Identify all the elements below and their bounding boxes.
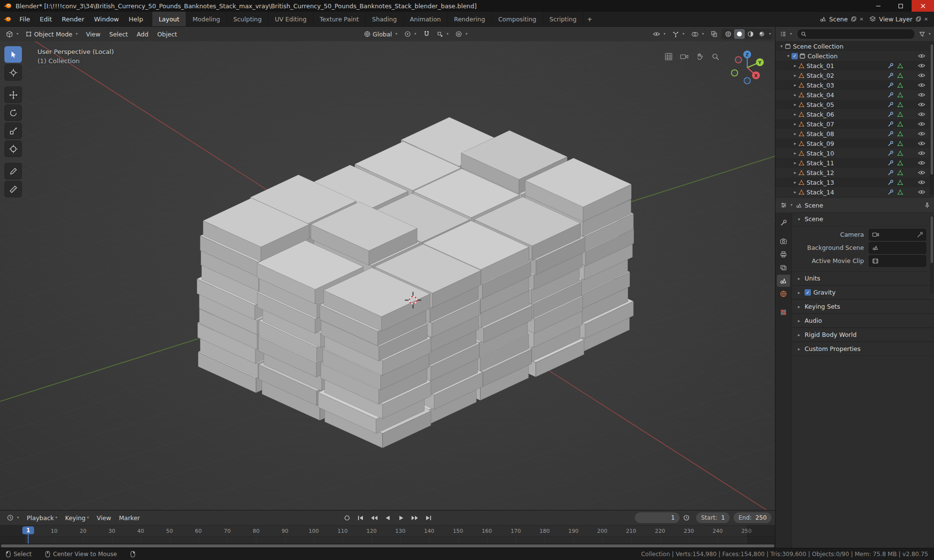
hide-in-viewport-eye-icon[interactable]: [918, 190, 925, 194]
camera-field[interactable]: [869, 229, 926, 241]
topbar-menu-item[interactable]: Window: [89, 12, 124, 26]
outliner-scrollbar[interactable]: [930, 43, 934, 195]
add-workspace-button[interactable]: +: [583, 12, 596, 26]
outliner-row-object[interactable]: ▸ Stack_13: [775, 177, 929, 187]
transform-tool[interactable]: [4, 140, 22, 157]
toggle-perspective-icon[interactable]: [663, 51, 674, 62]
tab-view-layer[interactable]: [777, 262, 790, 274]
hide-in-viewport-eye-icon[interactable]: [918, 122, 925, 126]
measure-tool[interactable]: [4, 181, 22, 197]
show-gizmo-dropdown[interactable]: ▾: [669, 28, 687, 40]
pivot-point-dropdown[interactable]: ▾: [401, 28, 419, 40]
hide-in-viewport-eye-icon[interactable]: [918, 63, 925, 68]
tab-tool[interactable]: [777, 217, 790, 229]
outliner-row-object[interactable]: ▸ Stack_07: [775, 119, 929, 129]
workspace-tab[interactable]: UV Editing: [269, 12, 313, 26]
shading-solid-button[interactable]: [734, 29, 745, 39]
gizmo-neg-y-axis[interactable]: [732, 70, 738, 76]
scale-tool[interactable]: [4, 122, 22, 139]
shading-rendered-button[interactable]: [756, 29, 767, 39]
outliner-editor-type-dropdown[interactable]: ▾: [779, 28, 793, 40]
workspace-tab[interactable]: Rendering: [448, 12, 492, 26]
transform-orientation-dropdown[interactable]: Global ▾: [361, 28, 400, 40]
properties-panel-header[interactable]: ▸ ✓ Custom Properties: [792, 342, 934, 356]
outliner-row-object[interactable]: ▸ Stack_10: [775, 148, 929, 158]
zoom-view-icon[interactable]: [710, 51, 721, 62]
workspace-tab[interactable]: Layout: [152, 12, 186, 26]
hide-in-viewport-eye-icon[interactable]: [918, 83, 925, 88]
timeline-track[interactable]: [0, 536, 775, 544]
toggle-xray-button[interactable]: [708, 28, 720, 40]
workspace-tab[interactable]: Modeling: [186, 12, 227, 26]
close-button[interactable]: [912, 0, 934, 12]
outliner-scrollbar-thumb[interactable]: [931, 44, 933, 175]
properties-panel-header[interactable]: ▸ ✓ Units: [792, 271, 934, 285]
current-frame-badge[interactable]: 1: [22, 526, 34, 534]
unlink-scene-icon[interactable]: ✕: [859, 17, 864, 22]
outliner-row-collection[interactable]: ▾ ✓ Collection: [775, 51, 929, 61]
gizmo-neg-x-axis[interactable]: [736, 57, 742, 63]
hide-in-viewport-eye-icon[interactable]: [918, 180, 925, 185]
editor-type-dropdown[interactable]: ▾: [3, 28, 21, 40]
play-reverse-button[interactable]: [382, 512, 394, 523]
eyedropper-icon[interactable]: [917, 232, 923, 238]
timeline-body[interactable]: 1020304050607080901001101201301401501601…: [0, 525, 775, 548]
hide-in-viewport-eye-icon[interactable]: [918, 160, 925, 165]
view-layer-selector[interactable]: View Layer ✕: [869, 16, 929, 23]
show-overlays-dropdown[interactable]: ▾: [688, 28, 707, 40]
active-movie-clip-field[interactable]: [869, 255, 926, 267]
outliner-row-object[interactable]: ▸ Stack_11: [775, 158, 929, 168]
remove-view-layer-icon[interactable]: ✕: [923, 17, 929, 22]
jump-to-end-button[interactable]: [423, 512, 434, 523]
outliner-row-object[interactable]: ▸ Stack_02: [775, 70, 929, 80]
maximize-button[interactable]: [889, 0, 912, 12]
outliner-row-object[interactable]: ▸ Stack_14: [775, 187, 929, 197]
outliner-row-scene-collection[interactable]: ▾ Scene Collection: [775, 41, 929, 51]
properties-panel-header[interactable]: ▸ ✓ Audio: [792, 314, 934, 328]
workspace-tab[interactable]: Texture Paint: [313, 12, 366, 26]
properties-panel-header[interactable]: ▸ ✓ Rigid Body World: [792, 328, 934, 342]
collection-checkbox[interactable]: ✓: [791, 53, 798, 59]
properties-scrollbar-thumb[interactable]: [931, 216, 933, 263]
timeline-menu-item[interactable]: Playback ▾: [23, 510, 61, 525]
workspace-tab[interactable]: Compositing: [492, 12, 543, 26]
frame-start-field[interactable]: Start: 1: [696, 512, 730, 523]
hide-in-viewport-eye-icon[interactable]: [918, 141, 925, 146]
outliner-row-object[interactable]: ▸ Stack_05: [775, 100, 929, 109]
hide-in-viewport-eye-icon[interactable]: [918, 170, 925, 175]
next-keyframe-button[interactable]: [409, 512, 421, 523]
hide-in-viewport-eye-icon[interactable]: [918, 73, 925, 78]
select-box-tool[interactable]: [4, 46, 22, 63]
topbar-menu-item[interactable]: Render: [57, 12, 89, 26]
jump-to-start-button[interactable]: [355, 512, 366, 523]
outliner-row-object[interactable]: ▸ Stack_09: [775, 139, 929, 148]
tab-world[interactable]: [777, 288, 790, 300]
timeline-menu-item[interactable]: Marker ▾: [115, 510, 144, 525]
hide-in-viewport-eye-icon[interactable]: [918, 112, 925, 117]
scene-selector[interactable]: Scene ✕: [820, 16, 865, 23]
properties-panel-header[interactable]: ▸ ✓ Keying Sets: [792, 299, 934, 314]
panel-checkbox[interactable]: ✓: [805, 289, 811, 296]
minimize-button[interactable]: [867, 0, 889, 12]
timeline-editor-type-dropdown[interactable]: ▾: [4, 512, 22, 524]
filter-icon[interactable]: [919, 31, 925, 37]
rotate-tool[interactable]: [4, 105, 22, 121]
scene-panel-header[interactable]: ▾ Scene: [792, 212, 934, 226]
mode-dropdown[interactable]: Object Mode ▾: [22, 28, 81, 40]
topbar-menu-item[interactable]: Help: [124, 12, 148, 26]
hide-in-viewport-eye-icon[interactable]: [918, 53, 925, 58]
workspace-tab[interactable]: Animation: [404, 12, 448, 26]
outliner-row-object[interactable]: ▸ Stack_04: [775, 90, 929, 100]
tab-texture[interactable]: [777, 306, 790, 318]
hide-in-viewport-eye-icon[interactable]: [918, 102, 925, 107]
tab-output[interactable]: [777, 248, 790, 261]
blender-menu-button[interactable]: [0, 12, 15, 26]
move-view-hand-icon[interactable]: [694, 51, 705, 62]
new-scene-icon[interactable]: [851, 16, 857, 22]
cursor-tool[interactable]: [4, 64, 22, 81]
play-button[interactable]: [395, 512, 407, 523]
viewport-menu-item[interactable]: Add: [132, 28, 153, 40]
outliner-row-object[interactable]: ▸ Stack_06: [775, 109, 929, 119]
outliner-row-object[interactable]: ▸ Stack_03: [775, 80, 929, 90]
viewport-menu-item[interactable]: Object: [153, 28, 181, 40]
